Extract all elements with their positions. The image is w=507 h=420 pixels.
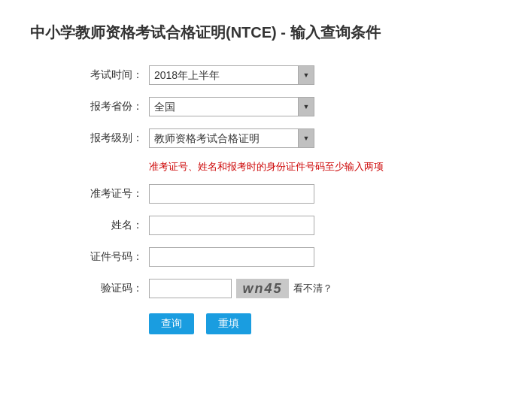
exam-time-row: 考试时间 2018年上半年 2017年下半年 2017年上半年 xyxy=(75,65,477,85)
query-button[interactable]: 查询 xyxy=(149,313,194,334)
category-select[interactable]: 教师资格考试合格证明 幼儿园 小学 初中 xyxy=(149,128,314,148)
id-label: 证件号码 xyxy=(75,250,143,264)
category-row: 报考级别 教师资格考试合格证明 幼儿园 小学 初中 xyxy=(75,128,477,148)
id-input[interactable] xyxy=(149,247,314,267)
captcha-input[interactable] xyxy=(149,279,232,298)
name-input[interactable] xyxy=(149,216,314,235)
category-label: 报考级别 xyxy=(75,131,143,145)
province-select-wrapper: 全国 北京 上海 广东 xyxy=(149,97,314,116)
exam-time-select-wrapper: 2018年上半年 2017年下半年 2017年上半年 xyxy=(149,65,314,85)
captcha-refresh-link[interactable]: 看不清？ xyxy=(293,282,332,295)
province-select[interactable]: 全国 北京 上海 广东 xyxy=(149,97,314,116)
admission-label: 准考证号 xyxy=(75,187,143,201)
id-row: 证件号码 xyxy=(75,247,477,267)
province-label: 报考省份 xyxy=(75,100,143,113)
reset-button[interactable]: 重填 xyxy=(206,313,251,334)
captcha-controls: wn45 看不清？ xyxy=(149,279,332,298)
captcha-code: wn45 xyxy=(242,281,282,297)
name-label: 姓名 xyxy=(75,219,143,232)
exam-time-select[interactable]: 2018年上半年 2017年下半年 2017年上半年 xyxy=(149,65,314,85)
page-container: 中小学教师资格考试合格证明(NTCE) - 输入查询条件 考试时间 2018年上… xyxy=(0,0,507,420)
admission-row: 准考证号 xyxy=(75,184,477,204)
captcha-label: 验证码 xyxy=(75,282,143,295)
form-container: 考试时间 2018年上半年 2017年下半年 2017年上半年 报考省份 全国 … xyxy=(75,65,477,334)
error-message: 准考证号、姓名和报考时的身份证件号码至少输入两项 xyxy=(149,160,477,174)
province-row: 报考省份 全国 北京 上海 广东 xyxy=(75,97,477,116)
page-title: 中小学教师资格考试合格证明(NTCE) - 输入查询条件 xyxy=(30,23,477,43)
captcha-row: 验证码 wn45 看不清？ xyxy=(75,279,477,298)
captcha-image[interactable]: wn45 xyxy=(236,279,289,298)
exam-time-label: 考试时间 xyxy=(75,68,143,82)
button-row: 查询 重填 xyxy=(149,313,477,334)
admission-input[interactable] xyxy=(149,184,314,204)
name-row: 姓名 xyxy=(75,216,477,235)
category-select-wrapper: 教师资格考试合格证明 幼儿园 小学 初中 xyxy=(149,128,314,148)
